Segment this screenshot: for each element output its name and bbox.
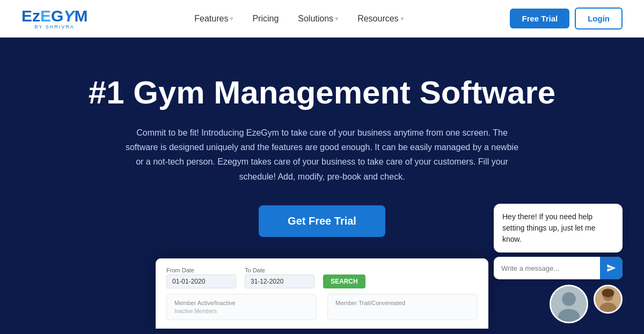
card2-title: Member Trail/Convereated [335, 300, 470, 306]
nav-login-button[interactable]: Login [575, 8, 623, 29]
chat-input-row [494, 257, 623, 279]
from-date-label: From Date [166, 267, 236, 273]
card1-title: Member Active/Inactive [174, 300, 309, 306]
logo[interactable]: EzEGYM BY SHRIVRA [21, 8, 87, 29]
avatar-woman [594, 285, 623, 314]
nav-actions: Free Trial Login [510, 8, 623, 29]
chat-send-button[interactable] [600, 257, 623, 279]
chevron-down-icon: ▿ [230, 16, 233, 21]
hero-description: Commit to be fit! Introducing EzeGym to … [121, 125, 523, 184]
chevron-down-icon: ▿ [335, 16, 338, 21]
chat-bubble: Hey there! If you need help setting thin… [494, 204, 623, 253]
to-date-label: To Date [245, 267, 314, 273]
avatar-man [550, 285, 588, 323]
member-trail-card: Member Trail/Convereated [327, 294, 478, 320]
svg-point-6 [602, 288, 614, 297]
logo-sub: BY SHRIVRA [21, 24, 87, 29]
chat-message-input[interactable] [494, 258, 600, 279]
hero-section: #1 Gym Management Software Commit to be … [0, 38, 644, 334]
nav-item-pricing[interactable]: Pricing [252, 14, 279, 24]
send-icon [606, 263, 616, 273]
to-date-input[interactable] [245, 274, 314, 288]
member-active-card: Member Active/Inactive Inactive Members [166, 294, 317, 320]
dashboard-preview: From Date To Date SEARCH Member Active/I… [156, 258, 488, 329]
chevron-down-icon: ▿ [401, 16, 404, 21]
navbar: EzEGYM BY SHRIVRA Features ▿ Pricing Sol… [0, 0, 644, 38]
chat-widget: Hey there! If you need help setting thin… [494, 204, 623, 323]
svg-point-1 [562, 292, 576, 306]
card1-sub: Inactive Members [174, 308, 309, 314]
nav-item-solutions[interactable]: Solutions ▿ [298, 14, 338, 24]
from-date-input[interactable] [166, 274, 236, 288]
nav-item-features[interactable]: Features ▿ [194, 14, 233, 24]
nav-links: Features ▿ Pricing Solutions ▿ Resources… [194, 14, 403, 24]
nav-item-resources[interactable]: Resources ▿ [357, 14, 403, 24]
get-free-trial-button[interactable]: Get Free Trial [259, 205, 385, 237]
nav-free-trial-button[interactable]: Free Trial [510, 9, 569, 28]
hero-title: #1 Gym Management Software [89, 75, 555, 110]
search-button[interactable]: SEARCH [323, 274, 365, 288]
